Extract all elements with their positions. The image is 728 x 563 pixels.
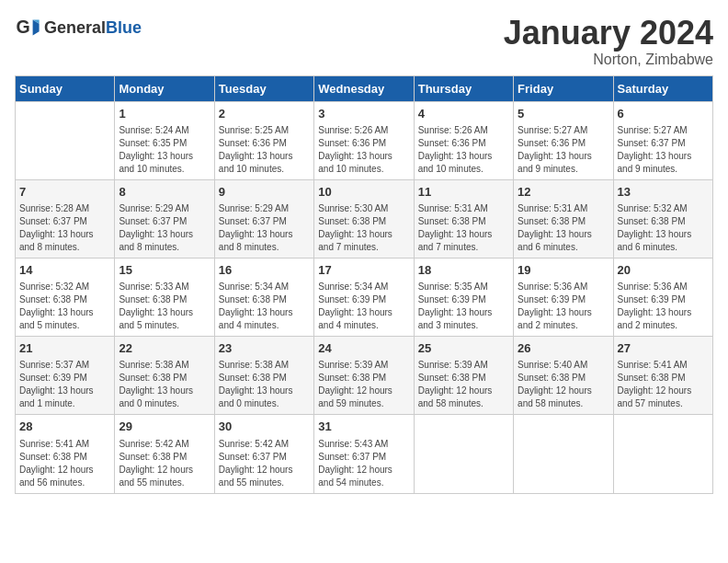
calendar-table: SundayMondayTuesdayWednesdayThursdayFrid…: [15, 75, 713, 494]
day-info: Sunrise: 5:38 AM Sunset: 6:38 PM Dayligh…: [119, 359, 210, 410]
calendar-cell: 8Sunrise: 5:29 AM Sunset: 6:37 PM Daylig…: [115, 179, 214, 258]
day-number: 3: [318, 106, 409, 122]
calendar-cell: 27Sunrise: 5:41 AM Sunset: 6:38 PM Dayli…: [613, 337, 712, 415]
day-info: Sunrise: 5:33 AM Sunset: 6:38 PM Dayligh…: [119, 281, 210, 332]
calendar-week-row: 1Sunrise: 5:24 AM Sunset: 6:35 PM Daylig…: [16, 101, 713, 179]
day-number: 12: [518, 184, 609, 201]
calendar-cell: 2Sunrise: 5:25 AM Sunset: 6:36 PM Daylig…: [214, 101, 313, 179]
calendar-subtitle: Norton, Zimbabwe: [504, 52, 713, 68]
day-number: 23: [219, 340, 310, 357]
day-info: Sunrise: 5:34 AM Sunset: 6:39 PM Dayligh…: [318, 281, 409, 332]
day-number: 19: [518, 262, 609, 279]
day-info: Sunrise: 5:40 AM Sunset: 6:38 PM Dayligh…: [518, 359, 609, 410]
calendar-cell: 3Sunrise: 5:26 AM Sunset: 6:36 PM Daylig…: [314, 101, 414, 179]
title-block: January 2024 Norton, Zimbabwe: [504, 15, 713, 68]
calendar-week-row: 21Sunrise: 5:37 AM Sunset: 6:39 PM Dayli…: [16, 337, 713, 415]
day-number: 15: [119, 262, 210, 279]
day-info: Sunrise: 5:34 AM Sunset: 6:38 PM Dayligh…: [219, 281, 310, 332]
day-info: Sunrise: 5:39 AM Sunset: 6:38 PM Dayligh…: [318, 359, 409, 410]
day-number: 13: [618, 184, 709, 201]
calendar-cell: 5Sunrise: 5:27 AM Sunset: 6:36 PM Daylig…: [514, 101, 613, 179]
day-info: Sunrise: 5:36 AM Sunset: 6:39 PM Dayligh…: [618, 281, 709, 332]
calendar-cell: 24Sunrise: 5:39 AM Sunset: 6:38 PM Dayli…: [314, 337, 414, 415]
weekday-header-wednesday: Wednesday: [314, 75, 414, 101]
calendar-cell: 12Sunrise: 5:31 AM Sunset: 6:38 PM Dayli…: [514, 179, 613, 258]
day-number: 20: [618, 262, 709, 279]
calendar-cell: 1Sunrise: 5:24 AM Sunset: 6:35 PM Daylig…: [115, 101, 214, 179]
day-number: 1: [119, 106, 210, 122]
day-info: Sunrise: 5:27 AM Sunset: 6:37 PM Dayligh…: [618, 124, 709, 176]
day-info: Sunrise: 5:31 AM Sunset: 6:38 PM Dayligh…: [518, 202, 609, 254]
day-number: 2: [219, 106, 310, 122]
day-info: Sunrise: 5:30 AM Sunset: 6:38 PM Dayligh…: [318, 202, 409, 254]
day-info: Sunrise: 5:26 AM Sunset: 6:36 PM Dayligh…: [318, 124, 409, 176]
day-number: 22: [119, 340, 210, 357]
calendar-cell: [16, 101, 115, 179]
weekday-header-saturday: Saturday: [613, 75, 712, 101]
day-number: 25: [418, 340, 509, 357]
calendar-cell: 16Sunrise: 5:34 AM Sunset: 6:38 PM Dayli…: [214, 258, 313, 336]
weekday-header-tuesday: Tuesday: [214, 75, 313, 101]
calendar-cell: 13Sunrise: 5:32 AM Sunset: 6:38 PM Dayli…: [613, 179, 712, 258]
day-info: Sunrise: 5:36 AM Sunset: 6:39 PM Dayligh…: [518, 281, 609, 332]
calendar-cell: 17Sunrise: 5:34 AM Sunset: 6:39 PM Dayli…: [314, 258, 414, 336]
calendar-cell: 26Sunrise: 5:40 AM Sunset: 6:38 PM Dayli…: [514, 337, 613, 415]
calendar-cell: 9Sunrise: 5:29 AM Sunset: 6:37 PM Daylig…: [214, 179, 313, 258]
calendar-cell: [414, 415, 513, 493]
day-number: 31: [318, 419, 409, 435]
svg-text:G: G: [16, 17, 29, 37]
day-info: Sunrise: 5:31 AM Sunset: 6:38 PM Dayligh…: [418, 202, 509, 254]
calendar-cell: 10Sunrise: 5:30 AM Sunset: 6:38 PM Dayli…: [314, 179, 414, 258]
day-number: 5: [518, 106, 609, 122]
calendar-cell: 15Sunrise: 5:33 AM Sunset: 6:38 PM Dayli…: [115, 258, 214, 336]
day-info: Sunrise: 5:41 AM Sunset: 6:38 PM Dayligh…: [19, 438, 110, 489]
calendar-cell: 19Sunrise: 5:36 AM Sunset: 6:39 PM Dayli…: [514, 258, 613, 336]
logo-general-text: General: [44, 18, 106, 37]
weekday-header-sunday: Sunday: [16, 75, 115, 101]
logo-icon: G: [15, 15, 40, 40]
calendar-week-row: 14Sunrise: 5:32 AM Sunset: 6:38 PM Dayli…: [16, 258, 713, 336]
day-info: Sunrise: 5:41 AM Sunset: 6:38 PM Dayligh…: [618, 359, 709, 410]
calendar-cell: 11Sunrise: 5:31 AM Sunset: 6:38 PM Dayli…: [414, 179, 513, 258]
calendar-week-row: 28Sunrise: 5:41 AM Sunset: 6:38 PM Dayli…: [16, 415, 713, 493]
day-number: 18: [418, 262, 509, 279]
weekday-header-monday: Monday: [115, 75, 214, 101]
day-number: 10: [318, 184, 409, 201]
day-number: 16: [219, 262, 310, 279]
calendar-cell: 30Sunrise: 5:42 AM Sunset: 6:37 PM Dayli…: [214, 415, 313, 493]
day-info: Sunrise: 5:43 AM Sunset: 6:37 PM Dayligh…: [318, 438, 409, 489]
day-number: 8: [119, 184, 210, 201]
day-info: Sunrise: 5:26 AM Sunset: 6:36 PM Dayligh…: [418, 124, 509, 176]
logo-blue-text: Blue: [106, 18, 142, 37]
day-number: 4: [418, 106, 509, 122]
day-number: 11: [418, 184, 509, 201]
calendar-cell: 7Sunrise: 5:28 AM Sunset: 6:37 PM Daylig…: [16, 179, 115, 258]
day-info: Sunrise: 5:39 AM Sunset: 6:38 PM Dayligh…: [418, 359, 509, 410]
day-info: Sunrise: 5:25 AM Sunset: 6:36 PM Dayligh…: [219, 124, 310, 176]
calendar-cell: 31Sunrise: 5:43 AM Sunset: 6:37 PM Dayli…: [314, 415, 414, 493]
day-number: 30: [219, 419, 310, 435]
weekday-header-row: SundayMondayTuesdayWednesdayThursdayFrid…: [16, 75, 713, 101]
day-info: Sunrise: 5:29 AM Sunset: 6:37 PM Dayligh…: [219, 202, 310, 254]
weekday-header-friday: Friday: [514, 75, 613, 101]
calendar-cell: 25Sunrise: 5:39 AM Sunset: 6:38 PM Dayli…: [414, 337, 513, 415]
logo: G GeneralBlue: [15, 15, 142, 40]
day-number: 17: [318, 262, 409, 279]
calendar-title: January 2024: [504, 15, 713, 52]
calendar-cell: 14Sunrise: 5:32 AM Sunset: 6:38 PM Dayli…: [16, 258, 115, 336]
day-info: Sunrise: 5:28 AM Sunset: 6:37 PM Dayligh…: [19, 202, 110, 254]
day-info: Sunrise: 5:32 AM Sunset: 6:38 PM Dayligh…: [19, 281, 110, 332]
day-number: 28: [19, 419, 110, 435]
day-number: 7: [19, 184, 110, 201]
day-info: Sunrise: 5:38 AM Sunset: 6:38 PM Dayligh…: [219, 359, 310, 410]
calendar-week-row: 7Sunrise: 5:28 AM Sunset: 6:37 PM Daylig…: [16, 179, 713, 258]
day-info: Sunrise: 5:32 AM Sunset: 6:38 PM Dayligh…: [618, 202, 709, 254]
calendar-cell: 22Sunrise: 5:38 AM Sunset: 6:38 PM Dayli…: [115, 337, 214, 415]
day-info: Sunrise: 5:42 AM Sunset: 6:38 PM Dayligh…: [119, 438, 210, 489]
calendar-cell: [514, 415, 613, 493]
calendar-cell: 18Sunrise: 5:35 AM Sunset: 6:39 PM Dayli…: [414, 258, 513, 336]
day-number: 26: [518, 340, 609, 357]
calendar-cell: 29Sunrise: 5:42 AM Sunset: 6:38 PM Dayli…: [115, 415, 214, 493]
day-info: Sunrise: 5:37 AM Sunset: 6:39 PM Dayligh…: [19, 359, 110, 410]
weekday-header-thursday: Thursday: [414, 75, 513, 101]
